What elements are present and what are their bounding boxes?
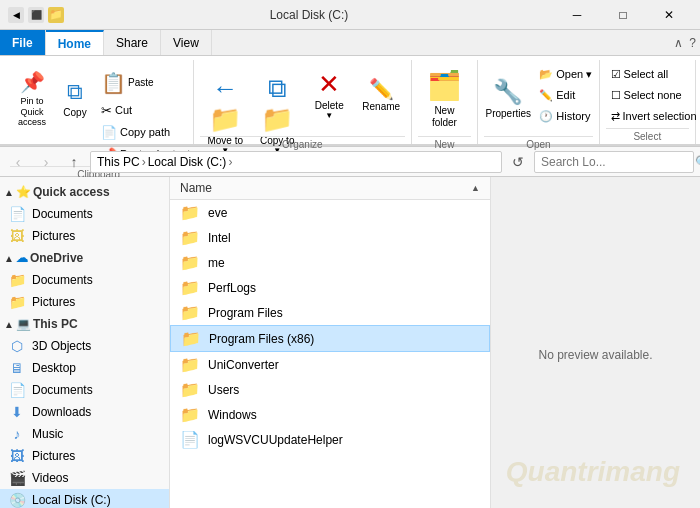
clipboard-buttons: 📌 Pin to Quickaccess ⧉ Copy 📋 Paste ✂ (10, 60, 187, 164)
new-folder-icon: 🗂️ (427, 69, 462, 103)
move-to-button[interactable]: ←📁 Move to ▼ (200, 64, 250, 134)
downloads-icon: ⬇ (8, 404, 26, 420)
file-item-selected[interactable]: 📁 Program Files (x86) (170, 325, 490, 352)
local-disk-icon: 💿 (8, 492, 26, 508)
rename-button[interactable]: ✏️ Rename (356, 64, 406, 134)
copy-icon: ⧉ (67, 79, 83, 105)
copy-to-button[interactable]: ⧉📁 Copy to ▼ (252, 64, 302, 134)
sidebar-videos-label: Videos (32, 471, 68, 485)
file-item[interactable]: 📁 Users (170, 377, 490, 402)
sidebar-music-label: Music (32, 427, 63, 441)
copy-path-label: Copy path (120, 126, 170, 138)
documents-qa-icon: 📄 (8, 206, 26, 222)
forward-button[interactable]: › (34, 150, 58, 174)
pin-to-quick-access-button[interactable]: 📌 Pin to Quickaccess (10, 64, 54, 134)
file-item[interactable]: 📁 Intel (170, 225, 490, 250)
path-separator-1: › (142, 155, 146, 169)
sidebar-item-local-disk[interactable]: 💿 Local Disk (C:) (0, 489, 169, 508)
sidebar-section-quick-access[interactable]: ▲ ⭐ Quick access (0, 181, 169, 203)
sidebar-item-pictures-od[interactable]: 📁 Pictures (0, 291, 169, 313)
sidebar-item-desktop[interactable]: 🖥 Desktop (0, 357, 169, 379)
search-box[interactable]: 🔍 (534, 151, 694, 173)
sidebar-item-downloads[interactable]: ⬇ Downloads (0, 401, 169, 423)
select-group: ☑ Select all ☐ Select none ⇄ Invert sele… (600, 60, 696, 144)
tab-home[interactable]: Home (46, 30, 104, 55)
invert-selection-button[interactable]: ⇄ Invert selection (606, 106, 700, 126)
organize-group: ←📁 Move to ▼ ⧉📁 Copy to ▼ ✕ Delete ▼ ✏️ … (194, 60, 411, 144)
invert-selection-label: Invert selection (623, 110, 697, 122)
sidebar-documents-qa-label: Documents (32, 207, 93, 221)
paste-button[interactable]: 📋 Paste (96, 68, 195, 98)
column-name-header: Name (180, 181, 471, 195)
file-name-program-files: Program Files (208, 306, 283, 320)
title-bar: ◀ ⬛ 📁 Local Disk (C:) ─ □ ✕ (0, 0, 700, 30)
sidebar-item-videos[interactable]: 🎬 Videos (0, 467, 169, 489)
select-all-button[interactable]: ☑ Select all (606, 64, 700, 84)
file-item[interactable]: 📁 eve (170, 200, 490, 225)
pictures-od-icon: 📁 (8, 294, 26, 310)
close-button[interactable]: ✕ (646, 0, 692, 30)
help-icon[interactable]: ? (689, 36, 696, 50)
sidebar-item-3d-objects[interactable]: ⬡ 3D Objects (0, 335, 169, 357)
properties-button[interactable]: 🔧 Properties (484, 64, 532, 134)
tab-share[interactable]: Share (104, 30, 161, 55)
file-item[interactable]: 📁 PerfLogs (170, 275, 490, 300)
sidebar-pictures-pc-label: Pictures (32, 449, 75, 463)
select-none-button[interactable]: ☐ Select none (606, 85, 700, 105)
sidebar-section-onedrive[interactable]: ▲ ☁ OneDrive (0, 247, 169, 269)
tab-view[interactable]: View (161, 30, 212, 55)
sidebar-item-documents-qa[interactable]: 📄 Documents (0, 203, 169, 225)
minimize-button[interactable]: ─ (554, 0, 600, 30)
edit-button[interactable]: ✏️ Edit (534, 85, 597, 105)
search-icon: 🔍 (695, 155, 700, 169)
copy-button[interactable]: ⧉ Copy (56, 64, 94, 134)
sidebar-section-thispc[interactable]: ▲ 💻 This PC (0, 313, 169, 335)
delete-button[interactable]: ✕ Delete ▼ (304, 64, 354, 134)
delete-label: Delete (315, 100, 344, 111)
refresh-button[interactable]: ↺ (506, 150, 530, 174)
tab-file[interactable]: File (0, 30, 46, 55)
ribbon: File Home Share View ∧ ? 📌 Pin to Quicka… (0, 30, 700, 147)
file-name-uniconverter: UniConverter (208, 358, 279, 372)
search-input[interactable] (541, 155, 691, 169)
edit-label: Edit (556, 89, 575, 101)
history-button[interactable]: 🕐 History (534, 106, 597, 126)
sidebar-item-pictures-qa[interactable]: 🖼 Pictures (0, 225, 169, 247)
history-icon: 🕐 (539, 110, 553, 123)
sidebar-item-documents-od[interactable]: 📁 Documents (0, 269, 169, 291)
sidebar-item-pictures-pc[interactable]: 🖼 Pictures (0, 445, 169, 467)
file-item[interactable]: 📁 me (170, 250, 490, 275)
file-item[interactable]: 📄 logWSVCUUpdateHelper (170, 427, 490, 452)
properties-icon: 🔧 (493, 78, 523, 107)
new-buttons: 🗂️ New folder (418, 60, 472, 134)
file-name-windows: Windows (208, 408, 257, 422)
maximize-button[interactable]: □ (600, 0, 646, 30)
select-buttons: ☑ Select all ☐ Select none ⇄ Invert sele… (606, 60, 689, 126)
cut-button[interactable]: ✂ Cut (96, 100, 195, 120)
clipboard-group: 📌 Pin to Quickaccess ⧉ Copy 📋 Paste ✂ (4, 60, 194, 144)
ribbon-collapse-btn[interactable]: ∧ (674, 36, 683, 50)
sidebar-item-documents-pc[interactable]: 📄 Documents (0, 379, 169, 401)
window-controls[interactable]: ─ □ ✕ (554, 0, 692, 30)
sidebar-item-music[interactable]: ♪ Music (0, 423, 169, 445)
path-localdisk: Local Disk (C:) (148, 155, 227, 169)
copy-path-button[interactable]: 📄 Copy path (96, 122, 195, 142)
select-none-icon: ☐ (611, 89, 621, 102)
file-item[interactable]: 📁 Windows (170, 402, 490, 427)
address-path[interactable]: This PC › Local Disk (C:) › (90, 151, 502, 173)
thispc-label: This PC (33, 317, 78, 331)
documents-pc-icon: 📄 (8, 382, 26, 398)
window-title: Local Disk (C:) (64, 8, 554, 22)
open-button[interactable]: 📂 Open ▾ (534, 64, 597, 84)
file-item[interactable]: 📁 Program Files (170, 300, 490, 325)
open-sub-buttons: 📂 Open ▾ ✏️ Edit 🕐 History (534, 64, 597, 126)
rename-label: Rename (362, 101, 400, 112)
file-item[interactable]: 📁 UniConverter (170, 352, 490, 377)
sidebar-documents-pc-label: Documents (32, 383, 93, 397)
back-icon: ◀ (8, 7, 24, 23)
new-folder-button[interactable]: 🗂️ New folder (418, 64, 472, 134)
copy-path-icon: 📄 (101, 125, 117, 140)
up-button[interactable]: ↑ (62, 150, 86, 174)
back-button[interactable]: ‹ (6, 150, 30, 174)
folder-icon-me: 📁 (180, 253, 200, 272)
